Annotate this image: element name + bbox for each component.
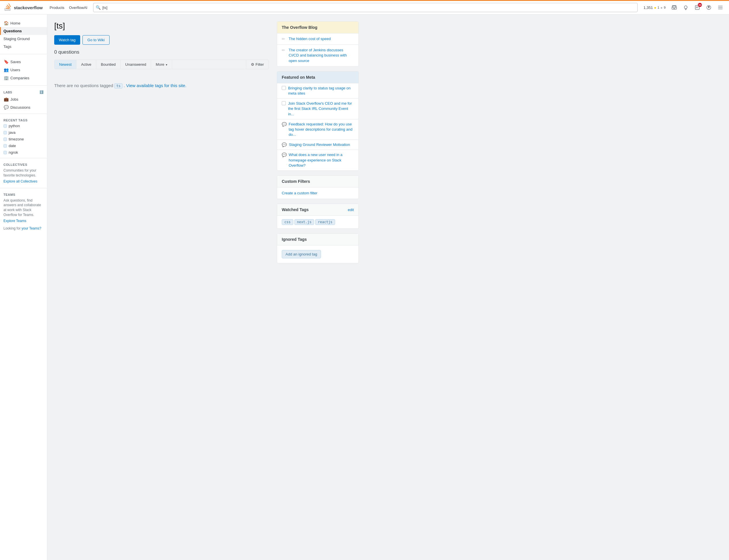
filter-icon: ⚙	[251, 62, 254, 67]
watched-tag-css[interactable]: css	[282, 219, 293, 225]
overflowai-nav-link[interactable]: OverflowAI	[67, 5, 90, 10]
collectives-body: Communities for your favorite technologi…	[0, 167, 47, 186]
ignored-tags-widget: Ignored Tags Add an ignored tag	[277, 233, 359, 263]
logo-link[interactable]: stackoverflow	[3, 3, 43, 12]
watch-tag-button[interactable]: Watch tag	[54, 35, 80, 45]
companies-icon: 🏢	[3, 76, 9, 80]
more-arrow-icon: ▾	[166, 63, 167, 66]
hamburger-button[interactable]	[715, 2, 726, 13]
left-sidebar: 🏠 Home Questions Staging Ground Tags 🔖 S…	[0, 14, 47, 275]
empty-state-text: There are no questions tagged	[54, 83, 113, 88]
saves-icon: 🔖	[3, 59, 9, 64]
reviews-button[interactable]: 34	[692, 2, 702, 13]
featured-meta-widget: Featured on Meta Bringing clarity to sta…	[277, 71, 359, 171]
discussions-icon: 💬	[3, 105, 9, 110]
meta-item-4[interactable]: 💬 What does a new user need in a homepag…	[277, 150, 358, 170]
home-label: Home	[10, 21, 20, 25]
meta-item-1[interactable]: Join Stack Overflow's CEO and me for the…	[277, 99, 358, 119]
achievements-button[interactable]	[681, 2, 691, 13]
sidebar-divider-5	[0, 188, 47, 188]
sidebar-item-discussions[interactable]: 💬 Discussions	[0, 103, 47, 111]
reputation-score: 1,351	[643, 5, 653, 10]
sidebar-item-home[interactable]: 🏠 Home	[0, 19, 47, 27]
blog-item-1[interactable]: ✏ The creator of Jenkins discusses CI/CD…	[277, 45, 358, 66]
products-nav-link[interactable]: Products	[47, 5, 67, 10]
blog-text-1: The creator of Jenkins discusses CI/CD a…	[289, 48, 354, 63]
view-tags-link[interactable]: View available tags for this site.	[126, 83, 186, 88]
stackoverflow-logo-icon	[3, 3, 12, 12]
hamburger-icon	[718, 5, 723, 10]
help-icon	[706, 5, 711, 10]
silver-dot: ●	[660, 5, 663, 10]
page-wrapper: 🏠 Home Questions Staging Ground Tags 🔖 S…	[0, 14, 729, 275]
inbox-button[interactable]	[669, 2, 679, 13]
watched-tags-header: Watched Tags edit	[277, 204, 358, 216]
pencil-icon-1: ✏	[282, 48, 286, 52]
sidebar-recent-tag-timezone[interactable]: timezone	[0, 136, 47, 142]
filter-button[interactable]: ⚙ Filter	[246, 60, 268, 69]
svg-point-3	[709, 9, 709, 9]
collectives-desc: Communities for your favorite technologi…	[3, 168, 44, 178]
labs-info-icon[interactable]: ℹ️	[40, 90, 44, 94]
add-ignored-tag-button[interactable]: Add an ignored tag	[282, 250, 321, 258]
users-label: Users	[10, 68, 20, 72]
discussions-label: Discussions	[10, 105, 30, 110]
navbar: stackoverflow Products OverflowAI 🔍 1,35…	[0, 0, 729, 14]
custom-filters-widget: Custom Filters Create a custom filter	[277, 175, 359, 199]
jobs-icon: 💼	[3, 97, 9, 102]
explore-collectives-link[interactable]: Explore all Collectives	[3, 179, 37, 183]
watched-tags-title: Watched Tags	[282, 207, 309, 212]
tab-more[interactable]: More ▾	[151, 60, 172, 69]
tab-newest[interactable]: Newest	[55, 60, 76, 69]
meta-item-3[interactable]: 💬 Staging Ground Reviewer Motivation	[277, 140, 358, 150]
tag-dot	[3, 124, 7, 128]
help-button[interactable]	[704, 2, 714, 13]
logo-text: stackoverflow	[14, 5, 43, 10]
tag-label: java	[9, 130, 16, 135]
watched-tags-edit-link[interactable]: edit	[348, 208, 354, 212]
home-icon: 🏠	[3, 21, 9, 25]
svg-point-0	[684, 6, 687, 9]
blog-item-0[interactable]: ✏ The hidden cost of speed	[277, 33, 358, 45]
reputation-badge[interactable]: 1,351 ● 1 ● 9	[641, 4, 668, 11]
create-filter-link[interactable]: Create a custom filter	[277, 187, 358, 199]
sidebar-item-saves[interactable]: 🔖 Saves	[0, 58, 47, 66]
featured-meta-body: Bringing clarity to status tag usage on …	[277, 83, 358, 170]
balloon-icon-3: 💬	[282, 142, 287, 147]
tab-unanswered[interactable]: Unanswered	[121, 60, 151, 69]
tag-dot	[3, 144, 7, 148]
tab-active[interactable]: Active	[76, 60, 96, 69]
page-title: [ts]	[54, 21, 269, 31]
sidebar-item-users[interactable]: 👥 Users	[0, 66, 47, 74]
explore-teams-link[interactable]: Explore Teams	[3, 219, 26, 223]
staging-label: Staging Ground	[3, 37, 30, 41]
balloon-icon-2: 💬	[282, 122, 286, 127]
tag-label: python	[9, 124, 20, 128]
meta-item-0[interactable]: Bringing clarity to status tag usage on …	[277, 83, 358, 99]
tag-dot	[3, 151, 7, 154]
tab-bountied[interactable]: Bountied	[96, 60, 121, 69]
your-teams-link[interactable]: your Teams?	[22, 226, 41, 230]
sidebar-item-jobs[interactable]: 💼 Jobs	[0, 95, 47, 103]
sidebar-recent-tag-java[interactable]: java	[0, 129, 47, 136]
sidebar-item-staging[interactable]: Staging Ground	[0, 35, 47, 43]
meta-text-1: Join Stack Overflow's CEO and me for the…	[288, 101, 354, 117]
companies-label: Companies	[10, 76, 29, 80]
meta-checkbox-1	[282, 101, 286, 105]
watched-tags-widget: Watched Tags edit cssnext.jsreactjs	[277, 204, 359, 229]
watched-tag-next.js[interactable]: next.js	[294, 219, 314, 225]
go-to-wiki-button[interactable]: Go to Wiki	[82, 35, 110, 45]
sidebar-item-questions[interactable]: Questions	[0, 27, 47, 35]
tag-label: timezone	[9, 137, 24, 141]
sidebar-recent-tag-ngrok[interactable]: ngrok	[0, 149, 47, 156]
meta-item-2[interactable]: 💬 Feedback requested: How do you use tag…	[277, 119, 358, 140]
ignored-tags-header: Ignored Tags	[277, 234, 358, 245]
sidebar-recent-tag-date[interactable]: date	[0, 142, 47, 149]
sidebar-item-companies[interactable]: 🏢 Companies	[0, 74, 47, 82]
empty-tag: ts	[114, 83, 122, 89]
search-input[interactable]	[102, 5, 635, 10]
sidebar-recent-tag-python[interactable]: python	[0, 123, 47, 129]
pencil-icon-0: ✏	[282, 37, 286, 41]
watched-tag-reactjs[interactable]: reactjs	[315, 219, 335, 225]
sidebar-item-tags[interactable]: Tags	[0, 43, 47, 50]
